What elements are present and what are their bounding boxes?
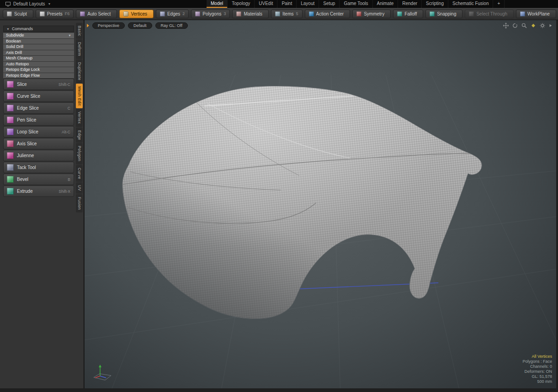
toolbar-button[interactable]: Polygons 3	[191, 10, 230, 18]
tool-icon	[7, 164, 14, 171]
toolbar-button-icon	[469, 11, 474, 16]
tool-icon	[7, 176, 14, 183]
sidebar-vertical-tab[interactable]: Basic	[76, 23, 83, 39]
toolbar-button[interactable]: Snapping	[425, 10, 462, 18]
main-tab[interactable]: Paint	[277, 0, 297, 8]
y-axis-arrow-icon	[99, 365, 101, 367]
sidebar-vertical-tabs: Basic Deform Duplicate Mesh Edit Vertex …	[76, 23, 83, 212]
main-tab[interactable]: Game Tools	[340, 0, 372, 8]
axis-gizmo[interactable]	[92, 364, 113, 383]
tool-button[interactable]: Slice Shift-C	[3, 79, 74, 90]
tool-label: Axis Slice	[17, 141, 67, 146]
viewport-3d[interactable]: Perspective Default Ray GL: Off All Vert…	[85, 20, 556, 388]
toolbar-button[interactable]: Edges 2	[156, 10, 189, 18]
sidebar-vertical-tab[interactable]: Curve	[76, 165, 83, 182]
sidebar-vertical-tab[interactable]: Edge	[76, 127, 83, 143]
toolbar-button[interactable]: Materials	[232, 10, 269, 18]
sidebar-vertical-tab[interactable]: Deform	[76, 39, 83, 59]
sidebar-vertical-tab[interactable]: Polygon	[76, 143, 83, 164]
main-tab[interactable]: +	[493, 0, 505, 8]
orbit-icon[interactable]	[512, 23, 518, 28]
tool-button[interactable]: Edge Slice C	[3, 102, 74, 114]
command-item[interactable]: Retopo Edge Lock ▼	[3, 67, 74, 73]
info-line: GL: 51,578	[522, 374, 552, 379]
toolbar-button-label: Items	[282, 11, 293, 16]
main-tab[interactable]: Schematic Fusion	[448, 0, 493, 8]
tool-button[interactable]: Tack Tool	[3, 162, 74, 173]
main-tab[interactable]: Animate	[373, 0, 399, 8]
toolbar-button[interactable]: Action Center	[305, 10, 351, 18]
tool-button[interactable]: Extrude Shift-X	[3, 185, 74, 197]
command-item[interactable]: Auto Retopo ▼	[3, 62, 74, 67]
toolbar-button[interactable]: Falloff	[393, 10, 423, 18]
command-item[interactable]: Subdivide ▼	[3, 33, 74, 38]
zoom-icon[interactable]	[521, 23, 527, 28]
tool-button[interactable]: Julienne	[3, 150, 74, 161]
main-tab[interactable]: Scripting	[422, 0, 448, 8]
tool-list: ▼ Commands Subdivide ▼ Boolean ▼ Solid D…	[3, 23, 74, 197]
main-tab[interactable]: Model	[207, 0, 228, 8]
viewport-raygl-button[interactable]: Ray GL: Off	[155, 22, 188, 29]
toolbar-button[interactable]: Symmetry	[352, 10, 391, 18]
command-item[interactable]: Solid Drill ▼	[3, 44, 74, 50]
pan-icon[interactable]	[503, 23, 509, 28]
main-tab[interactable]: Layout	[297, 0, 319, 8]
sidebar-vertical-tab[interactable]: Duplicate	[76, 59, 83, 83]
main-tab[interactable]: Topology	[228, 0, 255, 8]
layout-menu-label: Default Layouts	[13, 1, 45, 6]
tool-label: Curve Slice	[17, 94, 67, 99]
viewport-menu-thumb-icon[interactable]	[87, 24, 89, 27]
toolbar-button-label: WorkPlane	[527, 11, 550, 16]
command-label: Solid Drill	[6, 44, 71, 50]
toolbar-button-icon	[397, 11, 402, 16]
toolbar-button-label: Action Center	[316, 11, 344, 16]
main-tab[interactable]: Render	[398, 0, 422, 8]
commands-header[interactable]: ▼ Commands	[3, 26, 74, 32]
tool-label: Slice	[17, 82, 55, 87]
gl-options-icon[interactable]	[531, 23, 536, 28]
command-item[interactable]: Boolean ▼	[3, 39, 74, 44]
viewport-shading-button[interactable]: Default	[128, 22, 152, 29]
toolbar-button[interactable]: Vertices	[119, 10, 154, 18]
main-tab[interactable]: UVEdit	[255, 0, 277, 8]
toolbar-button[interactable]: WorkPlane	[516, 10, 556, 18]
sidebar-vertical-tab[interactable]: UV	[76, 182, 83, 194]
toolbar-button-icon	[275, 11, 280, 16]
command-item[interactable]: Axis Drill ▼	[3, 50, 74, 56]
sidebar-vertical-tab[interactable]: Fusion	[76, 194, 83, 213]
tool-button[interactable]: Pen Slice	[3, 114, 74, 126]
tool-icon	[7, 81, 14, 88]
command-label: Boolean	[6, 39, 71, 44]
toolbar-button-icon	[195, 11, 200, 16]
command-item[interactable]: Retopo Edge Flow ▼	[3, 73, 74, 79]
viewport-settings-gear-icon[interactable]	[540, 23, 545, 28]
tool-button[interactable]: Loop Slice Alt-C	[3, 126, 74, 138]
modo-window: { "window": { "layout_menu": "Default La…	[0, 0, 558, 392]
tool-button[interactable]: Bevel B	[3, 174, 74, 185]
viewport-menu-arrow-icon[interactable]	[549, 23, 553, 28]
command-item[interactable]: Mesh Cleanup ▼	[3, 56, 74, 61]
tool-button[interactable]: Curve Slice	[3, 90, 74, 102]
toolbar-button[interactable]: Select Through	[465, 10, 514, 18]
command-label: Auto Retopo	[6, 62, 71, 67]
tool-button[interactable]: Axis Slice	[3, 138, 74, 149]
sidebar-vertical-tab[interactable]: Vertex	[76, 109, 83, 127]
toolbar-button-icon	[236, 11, 241, 16]
tool-sidebar: ▼ Commands Subdivide ▼ Boolean ▼ Solid D…	[0, 20, 84, 388]
sidebar-vertical-tab[interactable]: Mesh Edit	[76, 84, 83, 108]
layout-switcher[interactable]: Default Layouts ▼	[3, 0, 53, 8]
viewport-scene	[85, 20, 556, 388]
main-tab[interactable]: Setup	[319, 0, 340, 8]
viewport-header: Perspective Default Ray GL: Off	[87, 22, 188, 29]
commands-header-label: Commands	[12, 26, 33, 31]
toolbar-button-label: Polygons	[202, 11, 221, 16]
toolbar-button[interactable]: Auto Select	[76, 10, 117, 18]
toolbar-button[interactable]: Sculpt	[3, 10, 33, 18]
toolbar-button[interactable]: Presets F6	[36, 10, 74, 18]
toolbar-button-icon	[160, 11, 165, 16]
tool-label: Julienne	[17, 153, 67, 158]
viewport-mode-button[interactable]: Perspective	[92, 22, 125, 29]
toolbar-button[interactable]: Items 5	[271, 10, 302, 18]
tool-icon	[7, 93, 14, 100]
toolbar-button-icon	[520, 11, 525, 16]
